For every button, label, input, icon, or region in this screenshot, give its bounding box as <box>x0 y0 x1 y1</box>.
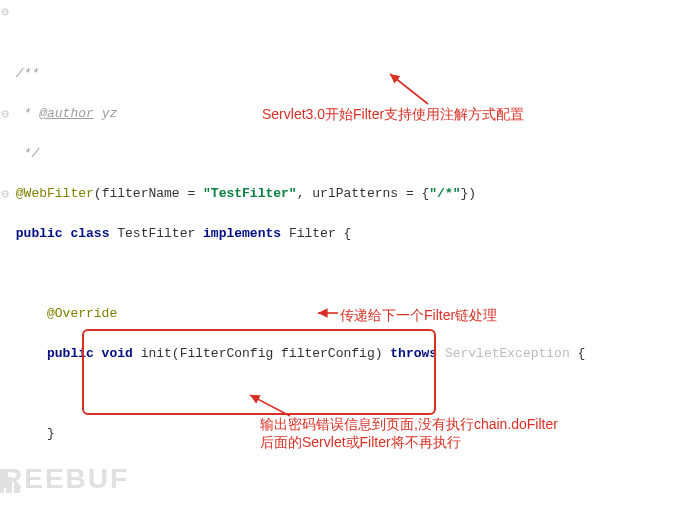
code-area: ⊖ ⊖ ⊖ /** * @author yz */ @WebFilter(fil… <box>0 0 690 505</box>
code-line: */ <box>8 144 690 164</box>
fold-toggle-icon[interactable]: ⊖ <box>1 2 9 22</box>
fold-gutter: ⊖ ⊖ ⊖ <box>0 0 12 505</box>
blank-line <box>8 464 690 484</box>
annotation-text-2: 传递给下一个Filter链处理 <box>340 305 497 325</box>
blank-line <box>8 264 690 284</box>
blank-line <box>8 384 690 404</box>
code-line: /** <box>8 64 690 84</box>
annotation-text-1: Servlet3.0开始Filter支持使用注解方式配置 <box>262 104 524 124</box>
code-line: public void init(FilterConfig filterConf… <box>8 344 690 364</box>
fold-toggle-icon[interactable]: ⊖ <box>1 104 9 124</box>
fold-toggle-icon[interactable]: ⊖ <box>1 184 9 204</box>
code-line: public class TestFilter implements Filte… <box>8 224 690 244</box>
annotation-text-3: 输出密码错误信息到页面,没有执行chain.doFilter 后面的Servle… <box>260 415 558 451</box>
code-line: @WebFilter(filterName = "TestFilter", ur… <box>8 184 690 204</box>
